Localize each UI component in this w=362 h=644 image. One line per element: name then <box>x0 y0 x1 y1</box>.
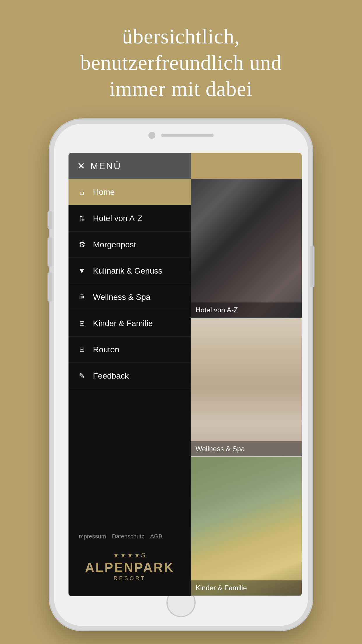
phone-screen: ✕ MENÜ ⌂ Home ⇅ Hotel von A-Z <box>68 153 302 596</box>
hero-text: übersichtlich, benutzerfreundlich und im… <box>63 23 299 102</box>
phone-notch <box>148 132 214 139</box>
menu-header: ✕ MENÜ <box>68 153 191 179</box>
card-kinder-image <box>191 457 302 596</box>
wellness-icon: 🏛 <box>77 294 87 300</box>
card-kinder-label: Kinder & Familie <box>191 580 302 596</box>
logo-resort: RESORT <box>114 575 146 582</box>
card-hotel-az[interactable]: Hotel von A-Z <box>191 179 302 318</box>
gear-icon: ⚙ <box>77 240 87 249</box>
content-cards: Hotel von A-Z Wellness & Spa Kinder & Fa… <box>191 179 302 596</box>
phone-shell: ✕ MENÜ ⌂ Home ⇅ Hotel von A-Z <box>50 120 312 630</box>
card-hotel-az-image <box>191 179 302 318</box>
menu-items-list: ⌂ Home ⇅ Hotel von A-Z ⚙ Morgenpost <box>68 179 191 524</box>
menu-item-routen-label: Routen <box>93 345 119 354</box>
home-icon: ⌂ <box>77 188 87 197</box>
menu-item-feedback-label: Feedback <box>93 371 129 381</box>
menu-item-kinder[interactable]: ⊞ Kinder & Familie <box>68 310 191 337</box>
impressum-link[interactable]: Impressum <box>77 533 106 540</box>
menu-item-wellness[interactable]: 🏛 Wellness & Spa <box>68 284 191 310</box>
hero-line1: übersichtlich, <box>122 25 240 48</box>
menu-item-kinder-label: Kinder & Familie <box>93 319 153 328</box>
menu-item-hotel-az-label: Hotel von A-Z <box>93 214 143 223</box>
side-button-vol-up <box>48 237 52 267</box>
map-icon: ⊟ <box>77 346 87 354</box>
menu-item-hotel-az[interactable]: ⇅ Hotel von A-Z <box>68 205 191 232</box>
card-wellness-label: Wellness & Spa <box>191 441 302 456</box>
menu-item-home-label: Home <box>93 188 115 197</box>
menu-item-kulinarik-label: Kulinarik & Genuss <box>93 266 162 276</box>
agb-link[interactable]: AGB <box>150 533 162 540</box>
sort-icon: ⇅ <box>77 214 87 223</box>
card-hotel-az-label: Hotel von A-Z <box>191 302 302 318</box>
cocktail-icon: ▼ <box>77 267 87 275</box>
menu-item-feedback[interactable]: ✎ Feedback <box>68 363 191 389</box>
menu-item-morgenpost[interactable]: ⚙ Morgenpost <box>68 232 191 258</box>
logo-stars: ★★★★S <box>113 552 147 559</box>
menu-item-routen[interactable]: ⊟ Routen <box>68 337 191 363</box>
side-button-mute <box>48 211 52 229</box>
front-camera <box>148 132 155 139</box>
hero-line2: benutzerfreundlich und <box>80 51 282 74</box>
card-wellness[interactable]: Wellness & Spa <box>191 318 302 457</box>
menu-item-home[interactable]: ⌂ Home <box>68 179 191 205</box>
menu-item-morgenpost-label: Morgenpost <box>93 240 136 249</box>
menu-title: MENÜ <box>90 161 121 172</box>
card-kinder[interactable]: Kinder & Familie <box>191 457 302 596</box>
close-icon[interactable]: ✕ <box>77 160 85 172</box>
card-wellness-image <box>191 318 302 457</box>
logo-name: ALPENPARK <box>85 560 175 575</box>
hero-line3: immer mit dabei <box>110 77 253 101</box>
phone-mockup: ✕ MENÜ ⌂ Home ⇅ Hotel von A-Z <box>50 120 312 630</box>
content-top-bar <box>191 153 302 179</box>
app-container: ✕ MENÜ ⌂ Home ⇅ Hotel von A-Z <box>68 153 302 596</box>
datenschutz-link[interactable]: Datenschutz <box>112 533 144 540</box>
side-button-vol-down <box>48 272 52 302</box>
hotel-logo: ★★★★S ALPENPARK RESORT <box>68 546 191 596</box>
menu-panel: ✕ MENÜ ⌂ Home ⇅ Hotel von A-Z <box>68 153 191 596</box>
content-panel: Hotel von A-Z Wellness & Spa Kinder & Fa… <box>191 153 302 596</box>
puzzle-icon: ⊞ <box>77 320 87 327</box>
side-button-power <box>310 246 314 287</box>
feedback-icon: ✎ <box>77 372 87 380</box>
phone-speaker <box>161 134 214 137</box>
menu-item-wellness-label: Wellness & Spa <box>93 293 150 302</box>
menu-item-kulinarik[interactable]: ▼ Kulinarik & Genuss <box>68 258 191 284</box>
footer-links: Impressum Datenschutz AGB <box>68 524 191 546</box>
